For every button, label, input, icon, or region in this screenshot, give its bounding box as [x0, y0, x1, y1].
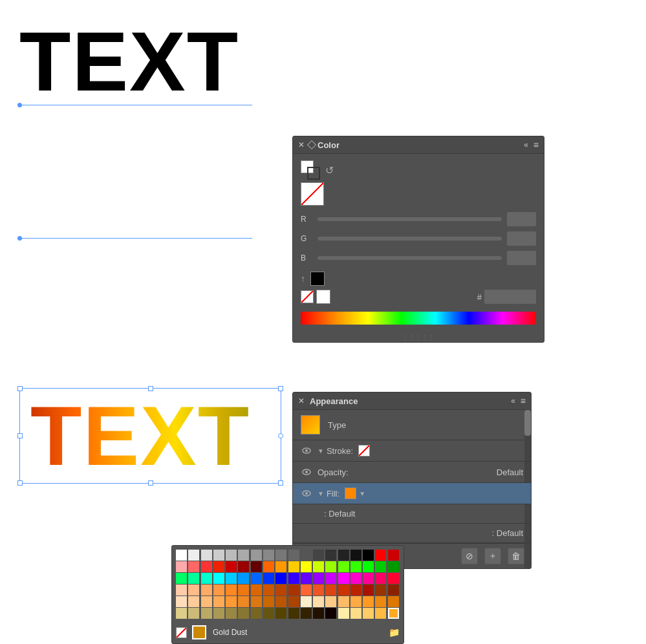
swatch-cell[interactable] [275, 596, 286, 607]
stroke-expand-arrow[interactable]: ▼ [318, 447, 324, 455]
stroke-none-indicator[interactable] [358, 445, 370, 456]
stroke-visibility-eye[interactable] [301, 445, 312, 456]
appearance-collapse-button[interactable]: « [511, 396, 515, 405]
scrollbar-thumb[interactable] [524, 410, 531, 436]
swatch-cell[interactable] [226, 550, 237, 561]
swatch-cell[interactable] [176, 585, 187, 596]
swatch-cell[interactable] [238, 573, 249, 584]
swatch-cell[interactable] [350, 550, 361, 561]
swatch-cell[interactable] [388, 596, 399, 607]
swatch-cell[interactable] [251, 561, 262, 572]
swatch-cell[interactable] [238, 608, 249, 619]
swatch-cell[interactable] [313, 573, 324, 584]
swatch-cell[interactable] [338, 585, 349, 596]
swatch-cell[interactable] [251, 596, 262, 607]
swatch-cell[interactable] [213, 573, 224, 584]
g-slider[interactable] [318, 237, 502, 241]
fill-stroke-icon[interactable] [301, 160, 320, 180]
swatch-cell[interactable] [338, 561, 349, 572]
swatch-cell[interactable] [388, 573, 399, 584]
swatch-cell[interactable] [176, 550, 187, 561]
swatch-cell[interactable] [213, 596, 224, 607]
swatch-cell[interactable] [275, 561, 286, 572]
swatch-cell[interactable] [301, 561, 312, 572]
appearance-menu-button[interactable]: ≡ [521, 396, 526, 406]
color-panel-close-button[interactable]: ✕ [298, 140, 305, 149]
opacity-visibility-eye[interactable] [301, 466, 312, 478]
swatch-cell[interactable] [375, 561, 386, 572]
swatch-cell[interactable] [176, 561, 187, 572]
swatch-cell[interactable] [313, 608, 324, 619]
swatch-cell[interactable] [363, 608, 374, 619]
swatch-cell[interactable] [325, 573, 336, 584]
handle-bottom-right[interactable] [278, 480, 283, 486]
swatch-cell[interactable] [363, 550, 374, 561]
swatch-cell[interactable] [338, 573, 349, 584]
swatch-cell[interactable] [363, 596, 374, 607]
swatch-cell[interactable] [275, 585, 286, 596]
swatch-cell[interactable] [238, 585, 249, 596]
swatch-cell[interactable] [213, 608, 224, 619]
none-small-swatch[interactable] [301, 290, 314, 303]
swatch-cell[interactable] [350, 573, 361, 584]
swatch-cell[interactable] [388, 608, 399, 619]
swatch-cell[interactable] [388, 550, 399, 561]
swatch-cell[interactable] [325, 561, 336, 572]
swatch-cell[interactable] [313, 561, 324, 572]
delete-button[interactable]: 🗑 [508, 548, 524, 564]
swatch-cell[interactable] [238, 596, 249, 607]
swatch-cell[interactable] [325, 585, 336, 596]
swatch-cell[interactable] [338, 608, 349, 619]
swatch-cell[interactable] [263, 608, 274, 619]
fill-row[interactable]: ▼ Fill: ▼ [293, 483, 531, 504]
hex-input[interactable] [484, 290, 536, 304]
swatch-cell[interactable] [350, 561, 361, 572]
swatch-cell[interactable] [251, 608, 262, 619]
fill-expand-arrow[interactable]: ▼ [318, 490, 324, 497]
fill-visibility-eye[interactable] [301, 488, 312, 499]
picker-folder-icon[interactable]: 📁 [389, 627, 400, 638]
swatch-cell[interactable] [251, 585, 262, 596]
swatch-cell[interactable] [363, 561, 374, 572]
b-slider[interactable] [318, 256, 502, 260]
swatch-cell[interactable] [188, 550, 199, 561]
swatch-cell[interactable] [213, 550, 224, 561]
swatch-cell[interactable] [288, 608, 299, 619]
handle-top-right[interactable] [278, 386, 283, 391]
swatch-cell[interactable] [350, 608, 361, 619]
r-value-input[interactable] [507, 212, 536, 226]
swatch-cell[interactable] [213, 585, 224, 596]
swatch-cell[interactable] [188, 596, 199, 607]
swatch-cell[interactable] [226, 585, 237, 596]
r-slider[interactable] [318, 217, 502, 221]
swatch-cell[interactable] [226, 573, 237, 584]
swatch-cell[interactable] [313, 585, 324, 596]
swap-icon[interactable]: ↺ [325, 164, 334, 177]
swatch-cell[interactable] [301, 608, 312, 619]
swatch-cell[interactable] [288, 585, 299, 596]
no-entry-button[interactable]: ⊘ [461, 548, 478, 564]
swatch-cell[interactable] [363, 573, 374, 584]
swatch-cell[interactable] [251, 573, 262, 584]
swatch-cell[interactable] [338, 550, 349, 561]
swatch-cell[interactable] [263, 585, 274, 596]
swatch-cell[interactable] [201, 596, 212, 607]
swatch-cell[interactable] [301, 585, 312, 596]
color-panel-collapse-button[interactable]: « [524, 140, 528, 149]
add-button[interactable]: ＋ [484, 548, 501, 564]
picker-none-swatch[interactable] [176, 627, 187, 638]
handle-top-left[interactable] [17, 386, 23, 391]
swatch-cell[interactable] [201, 573, 212, 584]
handle-middle-right[interactable] [278, 433, 283, 438]
swatch-cell[interactable] [238, 561, 249, 572]
handle-bottom-left[interactable] [17, 480, 23, 486]
fill-color-swatch[interactable] [345, 488, 356, 499]
swatch-cell[interactable] [263, 561, 274, 572]
swatch-cell[interactable] [275, 573, 286, 584]
swatch-cell[interactable] [188, 561, 199, 572]
swatch-cell[interactable] [201, 608, 212, 619]
white-swatch[interactable] [316, 290, 330, 304]
swatch-cell[interactable] [275, 550, 286, 561]
none-icon[interactable] [301, 182, 324, 206]
swatch-cell[interactable] [263, 550, 274, 561]
